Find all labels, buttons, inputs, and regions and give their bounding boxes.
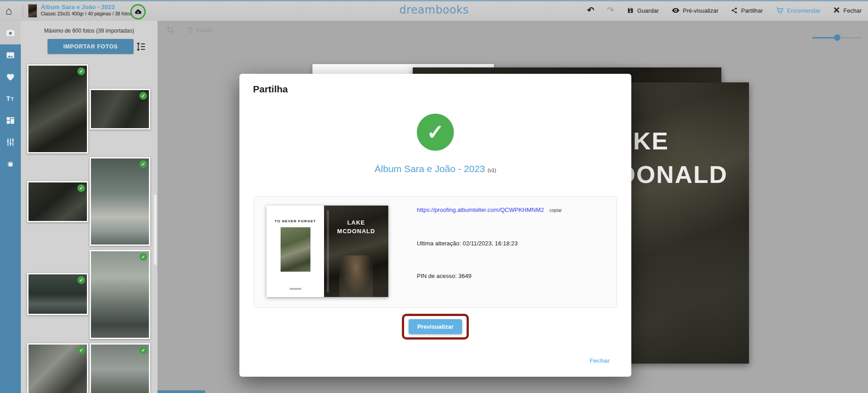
crop-icon <box>166 25 175 34</box>
share-dialog: Partilha ✓ Álbum Sara e João - 2023(v1) … <box>239 74 631 377</box>
album-meta: Álbum Sara e João - 2023 Classic 23x31 4… <box>41 3 132 17</box>
close-editor-button[interactable]: ✕ Fechar <box>833 6 862 15</box>
check-icon: ✓ <box>79 186 83 191</box>
import-photos-button[interactable]: IMPORTAR FOTOS <box>48 39 134 54</box>
check-icon: ✓ <box>79 348 83 353</box>
save-button[interactable]: Guardar <box>627 7 659 14</box>
back-cover-photo <box>281 227 310 272</box>
trash-icon <box>186 26 194 34</box>
photo-used-badge: ✓ <box>77 346 85 354</box>
bug-icon <box>6 159 15 168</box>
photo-limit-text: Máximo de 600 fotos (39 importadas) <box>21 28 157 34</box>
rail-item-photos[interactable] <box>0 21 21 44</box>
copy-link-button[interactable]: copiar <box>549 208 562 213</box>
photo-used-badge: ✓ <box>77 184 85 192</box>
rail-item-settings[interactable] <box>0 131 21 153</box>
check-icon: ✓ <box>141 93 145 98</box>
share-info-card: TO NEVER FORGET LAKE MCDONALD https://pr… <box>254 196 617 308</box>
zoom-slider-thumb[interactable] <box>834 34 840 41</box>
photo-used-badge: ✓ <box>139 346 147 354</box>
photo-thumbnail[interactable]: ✓ <box>27 273 88 315</box>
redo-icon: ↷ <box>607 5 614 15</box>
eye-icon <box>672 6 680 14</box>
heart-icon <box>5 72 15 82</box>
zoom-slider-fill <box>812 37 836 38</box>
photo-thumbnail[interactable]: ✓ <box>27 181 88 222</box>
front-cover-thumbnail: LAKE MCDONALD <box>324 206 388 297</box>
sort-icon <box>135 41 147 53</box>
share-button[interactable]: Partilhar <box>731 7 763 14</box>
cloud-sync-icon <box>130 4 146 19</box>
success-check-badge: ✓ <box>417 114 454 151</box>
check-icon: ✓ <box>141 162 145 167</box>
check-icon: ✓ <box>141 254 145 259</box>
check-icon: ✓ <box>79 278 83 283</box>
front-cover-title: LAKE MCDONALD <box>324 218 388 235</box>
photo-thumbnail[interactable]: ✓ <box>90 89 150 129</box>
share-url-link[interactable]: https://proofing.albumteller.com/QCWPKHM… <box>417 206 544 213</box>
photo-thumbnail[interactable]: ✓ <box>90 250 150 339</box>
back-cover-caption: TO NEVER FORGET <box>267 219 324 223</box>
rail-item-debug[interactable] <box>0 153 21 175</box>
rail-item-favorites[interactable] <box>0 66 21 88</box>
order-button[interactable]: Encomendar <box>776 6 820 14</box>
remove-background-button[interactable]: Fundo <box>186 26 213 34</box>
undo-button[interactable]: ↶ <box>587 6 594 15</box>
top-toolbar: ⌂ Álbum Sara e João - 2023 Classic 23x31… <box>0 0 868 21</box>
last-modified-text: Ultima alteração: 02/11/2023, 16:18:23 <box>417 240 518 247</box>
rail-item-backgrounds[interactable] <box>0 44 21 66</box>
undo-icon: ↶ <box>587 5 594 15</box>
svg-text:T: T <box>11 97 14 102</box>
save-icon <box>627 7 634 14</box>
share-link-row: https://proofing.albumteller.com/QCWPKHM… <box>417 206 562 213</box>
photo-thumbnail[interactable]: ✓ <box>27 343 88 393</box>
album-subtitle: Classic 23x31 400gr / 40 páginas / 38 fo… <box>41 11 132 17</box>
camera-icon <box>5 28 15 38</box>
photo-used-badge: ✓ <box>139 160 147 168</box>
photo-thumbnail[interactable]: ✓ <box>27 64 88 153</box>
image-icon <box>5 50 15 60</box>
dialog-close-link[interactable]: Fechar <box>590 357 610 364</box>
preview-button[interactable]: Pré-visualizar <box>672 6 719 14</box>
canvas-toolbar: Fundo <box>166 25 213 34</box>
toolbar-actions: ↶ ↷ Guardar Pré-visualizar <box>587 0 862 21</box>
album-cover-thumbnail <box>28 4 37 18</box>
home-icon: ⌂ <box>5 5 12 17</box>
back-cover-thumbnail: TO NEVER FORGET <box>267 206 324 297</box>
check-icon: ✓ <box>141 348 145 353</box>
rail-item-text[interactable]: T T <box>0 88 21 110</box>
album-cover-preview: TO NEVER FORGET LAKE MCDONALD <box>267 206 388 297</box>
back-cover-footer-mark <box>290 288 301 290</box>
close-icon: ✕ <box>833 6 840 15</box>
canvas-horizontal-scrollbar[interactable] <box>157 390 205 393</box>
sort-photos-button[interactable] <box>135 41 147 53</box>
photo-thumbnail[interactable]: ✓ <box>90 157 150 246</box>
photo-used-badge: ✓ <box>139 253 147 261</box>
redo-button[interactable]: ↷ <box>607 6 614 15</box>
close-label: Fechar <box>844 7 862 14</box>
svg-text:T: T <box>6 95 10 102</box>
tune-icon <box>5 137 15 147</box>
dreambooks-logo: dreambooks <box>399 4 468 16</box>
highlight-box: Previsualizar <box>402 314 469 340</box>
preview-label: Pré-visualizar <box>683 7 719 14</box>
tool-rail: T T <box>0 21 21 393</box>
front-cover-title-line2: MCDONALD <box>324 227 388 235</box>
access-pin-text: PIN de acesso: 3649 <box>417 273 472 279</box>
photo-thumbnail[interactable]: ✓ <box>90 343 150 393</box>
layout-icon <box>5 115 15 125</box>
zoom-slider[interactable] <box>812 34 862 41</box>
photo-used-badge: ✓ <box>139 92 147 100</box>
front-cover-photo-detail <box>339 255 373 297</box>
shared-album-name-row: Álbum Sara e João - 2023(v1) <box>239 163 631 174</box>
previsualize-button[interactable]: Previsualizar <box>409 319 462 334</box>
save-label: Guardar <box>637 7 659 14</box>
toolbar-divider <box>23 4 23 17</box>
dialog-title: Partilha <box>253 84 288 95</box>
panel-scrollbar-thumb[interactable] <box>154 195 157 265</box>
photo-used-badge: ✓ <box>77 67 85 75</box>
crop-button[interactable] <box>166 25 175 34</box>
cloud-upload-icon <box>134 8 142 15</box>
rail-item-layouts[interactable] <box>0 110 21 131</box>
home-button[interactable]: ⌂ <box>5 5 12 17</box>
